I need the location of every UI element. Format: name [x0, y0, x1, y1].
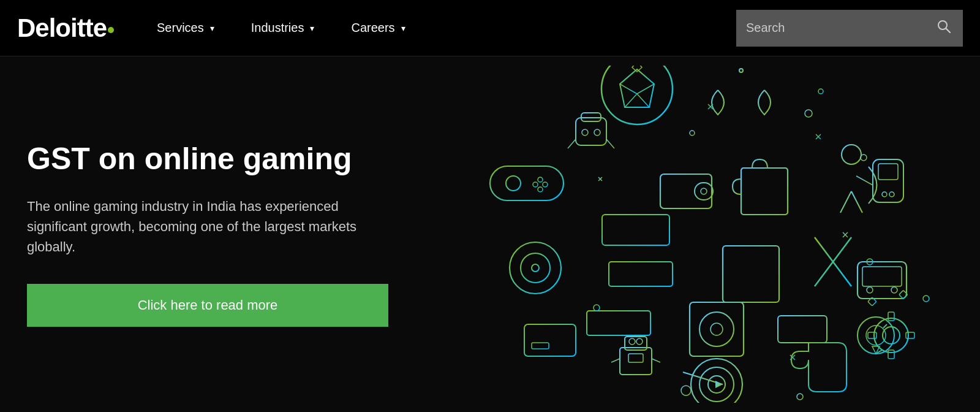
svg-point-147: [889, 192, 894, 197]
svg-line-31: [606, 139, 614, 148]
svg-line-1: [946, 28, 951, 32]
svg-rect-148: [524, 324, 576, 356]
svg-marker-130: [715, 381, 723, 388]
svg-rect-103: [778, 316, 827, 343]
svg-point-173: [805, 110, 812, 117]
svg-rect-139: [888, 350, 894, 359]
logo-dot: [108, 27, 114, 33]
svg-rect-140: [868, 332, 876, 338]
hero-description: The online gaming industry in India has …: [27, 196, 377, 257]
nav-label-services: Services: [157, 21, 204, 35]
svg-point-28: [594, 129, 600, 135]
svg-rect-145: [878, 164, 898, 180]
svg-line-123: [652, 359, 660, 362]
svg-line-10: [637, 94, 649, 107]
chevron-down-icon: ▾: [210, 23, 214, 33]
navbar: Deloitte Services ▾ Industries ▾ Careers…: [0, 0, 980, 56]
svg-point-179: [923, 296, 929, 302]
hero-illustration: [380, 56, 980, 412]
svg-rect-63: [609, 262, 673, 286]
svg-line-8: [637, 84, 654, 94]
svg-line-6: [637, 69, 654, 84]
hero-section: GST on online gaming The online gaming i…: [0, 56, 980, 412]
search-icon: [937, 20, 951, 33]
svg-point-177: [594, 305, 600, 311]
svg-point-126: [691, 359, 742, 403]
svg-point-119: [629, 338, 635, 345]
svg-line-43: [851, 191, 862, 213]
svg-line-7: [620, 84, 637, 94]
svg-point-2: [601, 66, 673, 124]
svg-rect-33: [695, 183, 713, 200]
svg-point-24: [538, 187, 543, 192]
svg-point-180: [681, 386, 691, 395]
svg-rect-88: [587, 311, 650, 335]
nav-item-careers[interactable]: Careers ▾: [333, 0, 423, 56]
svg-point-22: [543, 182, 548, 187]
hero-text-block: GST on online gaming The online gaming i…: [0, 56, 404, 412]
gaming-illustration-svg: [429, 66, 931, 403]
svg-point-178: [690, 131, 695, 135]
svg-point-137: [883, 327, 900, 344]
svg-point-97: [710, 323, 723, 335]
svg-rect-83: [862, 267, 902, 286]
nav-label-careers: Careers: [351, 21, 394, 35]
chevron-down-icon: ▾: [401, 23, 405, 33]
svg-point-21: [538, 177, 543, 182]
svg-rect-141: [906, 332, 914, 338]
svg-point-57: [521, 253, 550, 283]
hero-title: GST on online gaming: [27, 142, 377, 177]
svg-rect-121: [628, 354, 643, 362]
nav-item-services[interactable]: Services ▾: [138, 0, 233, 56]
nav-items: Services ▾ Industries ▾ Careers ▾: [138, 0, 736, 56]
search-button[interactable]: [935, 17, 953, 39]
svg-marker-3: [620, 69, 654, 107]
chevron-down-icon: ▾: [310, 23, 314, 33]
search-box: [736, 10, 963, 47]
svg-line-122: [611, 359, 620, 362]
logo[interactable]: Deloitte: [17, 13, 114, 43]
svg-rect-17: [490, 166, 564, 200]
svg-rect-144: [873, 159, 903, 202]
svg-rect-95: [690, 302, 744, 356]
svg-line-5: [620, 69, 637, 84]
nav-label-industries: Industries: [251, 21, 304, 35]
search-input[interactable]: [746, 21, 929, 35]
svg-rect-32: [660, 174, 712, 208]
svg-line-9: [625, 94, 637, 107]
svg-point-23: [533, 182, 538, 187]
svg-point-39: [842, 145, 861, 164]
svg-point-120: [636, 338, 643, 345]
svg-rect-150: [532, 343, 549, 349]
svg-point-174: [818, 89, 823, 94]
svg-rect-138: [888, 312, 894, 321]
svg-point-85: [891, 287, 897, 293]
svg-point-181: [797, 394, 803, 400]
svg-point-175: [861, 154, 867, 161]
svg-line-114: [883, 324, 887, 328]
svg-point-84: [867, 287, 873, 293]
logo-text: Deloitte: [17, 13, 107, 43]
svg-point-15: [739, 69, 743, 72]
svg-point-34: [701, 188, 707, 194]
svg-line-45: [856, 176, 873, 185]
svg-point-146: [882, 192, 887, 197]
svg-point-136: [874, 318, 908, 353]
svg-line-30: [568, 139, 576, 148]
nav-item-industries[interactable]: Industries ▾: [233, 0, 333, 56]
svg-point-58: [532, 264, 539, 272]
svg-line-42: [840, 191, 851, 213]
svg-rect-82: [858, 262, 907, 299]
svg-point-27: [582, 129, 588, 135]
cta-button[interactable]: Click here to read more: [27, 284, 388, 327]
svg-rect-117: [620, 348, 652, 375]
